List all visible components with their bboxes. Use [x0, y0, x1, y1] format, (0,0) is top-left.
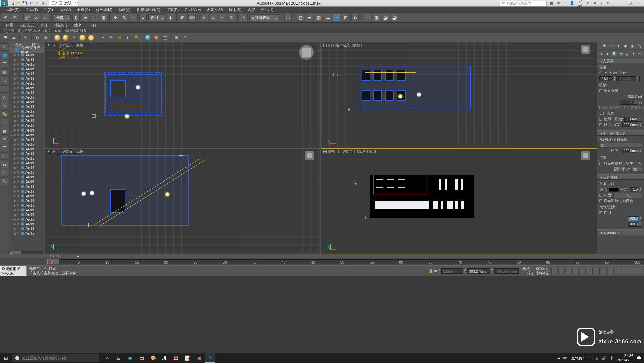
cat-icon[interactable]: 📷 — [618, 51, 623, 56]
render-button[interactable]: ☕ — [382, 14, 389, 21]
snap-toggle-button[interactable]: 3 — [201, 14, 208, 21]
angle-snap-button[interactable]: ∠ — [210, 14, 217, 21]
scene-item[interactable]: ◉❄Archi — [9, 212, 44, 217]
scene-columns[interactable]: 名称(按升序排序) — [9, 47, 44, 53]
zoom-all-button[interactable] — [608, 268, 614, 274]
unit-lm-radio[interactable] — [599, 71, 602, 74]
align-button[interactable]: ▤ — [297, 14, 304, 21]
balance-icon[interactable]: ◑ — [42, 34, 49, 41]
menu-item[interactable]: Civil View — [184, 8, 201, 12]
close-button[interactable]: ✕ — [635, 0, 644, 6]
create-tab-icon[interactable]: ✚ — [601, 43, 607, 48]
incandescent-checkbox[interactable] — [599, 106, 600, 109]
bind-button[interactable]: ⎌ — [42, 14, 49, 21]
scene-item[interactable]: ◉❄Archi — [9, 184, 44, 189]
z-field[interactable]: -306.297mm — [494, 268, 519, 274]
particle-icon[interactable]: ❋ — [108, 34, 114, 41]
cat-icon[interactable]: ● — [599, 51, 604, 56]
menu-item[interactable]: 自定义(U) — [206, 7, 224, 12]
pan-button[interactable] — [622, 268, 628, 274]
atmos-opacity-spinner[interactable]: 100.0 — [628, 216, 642, 221]
tree-icon[interactable]: 🌳 — [133, 34, 140, 41]
scene-item[interactable]: ◉❄Archi — [9, 81, 44, 86]
scene-item[interactable]: ◉❄Archi — [9, 67, 44, 71]
viewcube[interactable] — [581, 151, 590, 160]
select-object-button[interactable]: ▯ — [72, 14, 80, 21]
rollout-shape[interactable]: 图形/区域阴影 — [597, 130, 644, 136]
help2-icon[interactable]: ? — [181, 34, 188, 41]
open-icon[interactable]: 📂 — [16, 1, 21, 6]
prev-frame-button[interactable] — [558, 268, 565, 274]
layer-explorer-button[interactable]: ▦ — [315, 14, 322, 21]
move-button[interactable]: ✥ — [112, 14, 119, 21]
x-field[interactable]: 0.0mm — [441, 268, 463, 274]
scene-item[interactable]: ▸◉❄Archi — [9, 217, 44, 222]
manipulate-button[interactable]: ⊞ — [179, 14, 186, 21]
menu-item[interactable]: 视图(V) — [58, 7, 72, 12]
maximize-button[interactable]: ▢ — [625, 0, 635, 6]
scene-item[interactable]: ◉❄Archi — [9, 71, 44, 76]
placement-button[interactable]: ⬙ — [139, 14, 147, 21]
light3-icon[interactable]: ☀ — [71, 34, 77, 41]
new-icon[interactable]: 🗋 — [10, 1, 15, 6]
cloud-icon[interactable]: ☁ — [10, 34, 17, 41]
cortana-icon[interactable]: ○ — [102, 353, 113, 363]
ribbon-toggle-icon[interactable]: ◑▾ — [91, 23, 97, 28]
render-frame-button[interactable]: ▣ — [373, 14, 380, 21]
pivot-button[interactable]: ◉ — [167, 14, 174, 21]
ruler-icon[interactable]: ⟋ — [1, 119, 8, 126]
ime-icon[interactable]: 中 — [610, 356, 613, 361]
scene-item[interactable]: ◉❄Archi — [9, 53, 44, 57]
mirror-button[interactable]: ▷◁ — [284, 14, 292, 21]
cat-icon[interactable]: ◣ — [624, 51, 630, 56]
viewport-label[interactable]: [+] [透视 ] [用户定义 ] [默认明暗处理 ] — [323, 149, 379, 154]
scene-item[interactable]: ◉❄Archi — [9, 109, 44, 114]
display-tab-icon[interactable]: ▣ — [630, 43, 635, 48]
rollout-shadow[interactable]: 阴影参数 — [597, 174, 644, 180]
end-spinner[interactable]: 200.0mm — [622, 123, 642, 127]
unit-cd-radio[interactable] — [609, 71, 612, 74]
use-checkbox[interactable] — [599, 118, 602, 121]
redo-icon[interactable]: ↷ — [34, 1, 40, 6]
render-iterative-button[interactable]: ☕ — [391, 14, 398, 21]
exchange-icon[interactable]: ✶ — [556, 1, 561, 5]
window-crossing-button[interactable]: ▣ — [100, 14, 107, 21]
paint-icon[interactable]: 🎨 — [148, 353, 158, 363]
viewcube[interactable] — [581, 45, 590, 54]
arrow-icon[interactable]: ↖ — [1, 43, 8, 51]
daylight-icon[interactable]: ⬒ — [2, 34, 9, 41]
eye-icon[interactable]: 👁 — [1, 136, 8, 143]
modify-tab-icon[interactable]: 〰 — [608, 43, 614, 48]
ribbon-tab[interactable]: 填充 — [74, 23, 82, 28]
3dsmax-taskbar-icon[interactable]: 3 — [205, 353, 215, 363]
coord-mode-icon[interactable]: ⊕ — [434, 269, 437, 273]
viewport-label[interactable]: [+] [前 ] [用户定义 ] [线框 ] — [323, 43, 362, 48]
signin-label[interactable]: 登录 — [578, 0, 582, 8]
ribbon-tab[interactable]: 选择 — [40, 23, 48, 28]
intensity-spinner[interactable]: 1500.0 — [599, 76, 617, 81]
viewcube[interactable] — [305, 151, 314, 160]
exposure-icon[interactable]: ◐ — [34, 34, 41, 41]
layers-button[interactable]: ☰ — [306, 14, 313, 21]
scene-item[interactable]: ◉❄Archi — [9, 95, 44, 100]
material-editor-button[interactable]: ◐ — [351, 14, 359, 21]
favorite-icon[interactable]: ☆ — [563, 1, 568, 5]
render-setup-button[interactable]: ☼ — [364, 14, 371, 21]
firefox-icon[interactable]: 🦊 — [170, 353, 181, 363]
time-config-button[interactable] — [594, 268, 600, 274]
scene-item[interactable]: ◉❄Archi — [9, 203, 44, 208]
rollout-rs[interactable]: rs params — [597, 229, 644, 235]
play-button[interactable] — [566, 268, 572, 274]
scene-item[interactable]: ◉❄Archi — [9, 114, 44, 118]
explorer-icon[interactable]: 🗀 — [136, 353, 147, 363]
utilities-tab-icon[interactable]: 🔧 — [637, 43, 642, 48]
chevron-down-icon[interactable]: ▾ — [586, 1, 590, 5]
globe-icon[interactable] — [145, 34, 151, 41]
visible-checkbox[interactable] — [599, 162, 602, 165]
pointer-icon[interactable]: ↘ — [1, 77, 8, 84]
redo-button[interactable]: ↷ — [11, 14, 18, 21]
hierarchy-icon[interactable]: ☷ — [1, 85, 8, 93]
layer-icon[interactable]: ▤ — [1, 68, 8, 76]
rock-icon[interactable]: ● — [124, 34, 131, 41]
scene-item[interactable]: ◉❄Archi — [9, 175, 44, 179]
